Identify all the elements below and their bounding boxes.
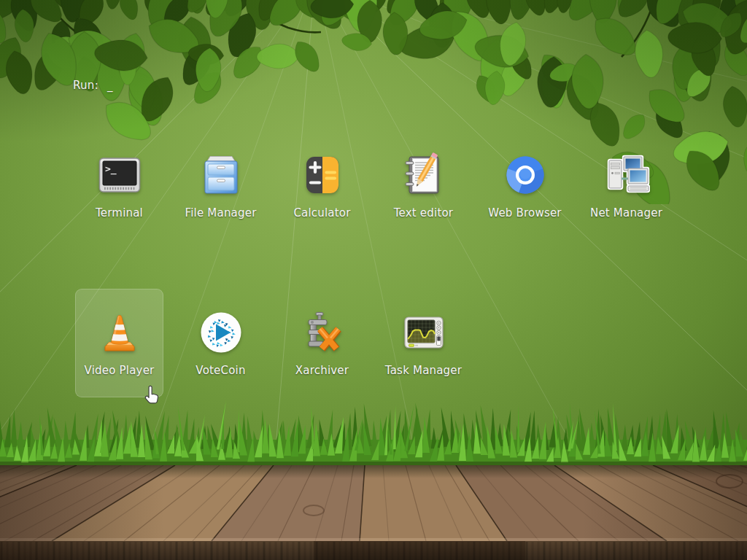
task-manager-icon bbox=[400, 309, 447, 356]
app-label: Calculator bbox=[293, 206, 350, 219]
text-editor-icon bbox=[400, 152, 447, 198]
web-browser-icon bbox=[502, 152, 549, 198]
video-player-icon bbox=[96, 309, 143, 356]
app-video-player[interactable]: Video Player bbox=[69, 302, 170, 377]
app-web-browser[interactable]: Web Browser bbox=[474, 144, 576, 219]
app-label: Terminal bbox=[96, 206, 143, 219]
run-prompt-caret: _ bbox=[107, 79, 113, 92]
grass-decoration bbox=[0, 389, 747, 472]
app-votecoin[interactable]: VoteCoin bbox=[170, 302, 271, 377]
app-label: VoteCoin bbox=[196, 364, 245, 377]
votecoin-icon bbox=[198, 309, 244, 356]
run-prompt-label: Run: bbox=[73, 79, 98, 92]
app-row-2: Video Player VoteCoin Xarchiver Task Man… bbox=[69, 302, 474, 377]
app-calculator[interactable]: Calculator bbox=[271, 144, 373, 219]
app-label: Web Browser bbox=[488, 206, 561, 219]
app-terminal[interactable]: Terminal bbox=[69, 144, 170, 219]
app-label: Video Player bbox=[85, 364, 155, 377]
app-label: Xarchiver bbox=[295, 364, 349, 377]
app-label: Text editor bbox=[394, 206, 453, 219]
app-text-editor[interactable]: Text editor bbox=[373, 144, 474, 219]
app-row-1: Terminal File Manager Calculator Text ed… bbox=[69, 144, 677, 219]
app-task-manager[interactable]: Task Manager bbox=[373, 302, 474, 377]
app-label: Task Manager bbox=[385, 364, 462, 377]
calculator-icon bbox=[299, 152, 346, 198]
net-manager-icon bbox=[603, 152, 650, 198]
desktop-background: Terminal File Manager Calculator Text ed… bbox=[0, 0, 747, 560]
terminal-icon bbox=[96, 152, 143, 198]
run-prompt[interactable]: Run: _ bbox=[73, 79, 113, 92]
app-label: File Manager bbox=[185, 206, 256, 219]
xarchiver-icon bbox=[299, 309, 346, 356]
app-net-manager[interactable]: Net Manager bbox=[576, 144, 677, 219]
app-label: Net Manager bbox=[590, 206, 662, 219]
app-xarchiver[interactable]: Xarchiver bbox=[271, 302, 373, 377]
file-manager-icon bbox=[198, 152, 244, 198]
app-file-manager[interactable]: File Manager bbox=[170, 144, 271, 219]
wood-floor bbox=[0, 465, 747, 560]
